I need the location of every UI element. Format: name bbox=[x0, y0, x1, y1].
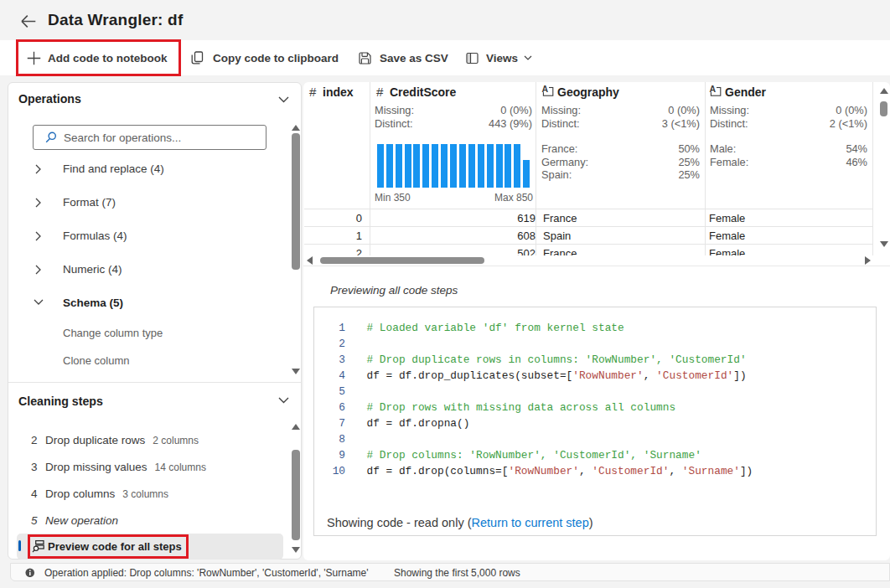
svg-text:A: A bbox=[709, 85, 716, 94]
svg-text:A: A bbox=[541, 85, 548, 94]
